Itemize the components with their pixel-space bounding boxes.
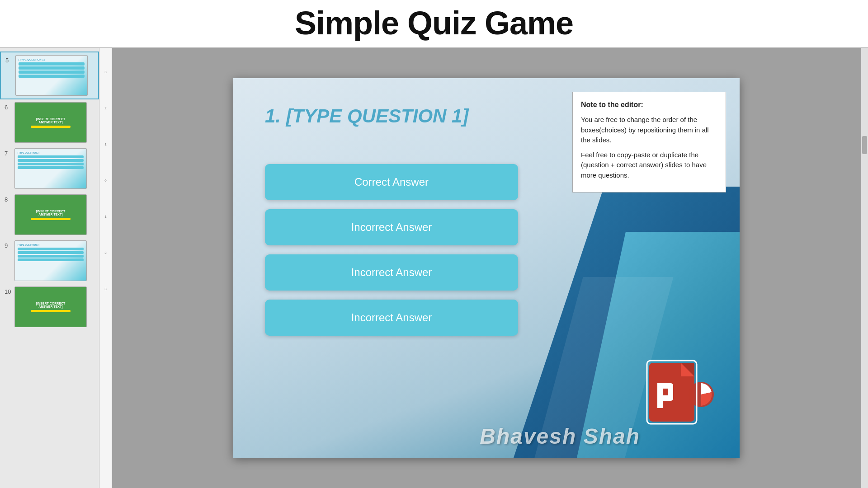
note-title: Note to the editor:	[581, 99, 717, 110]
slide-thumbnail-7[interactable]: 7 [TYPE QUESTION 2]	[0, 145, 99, 192]
note-para-1: You are free to change the order of the …	[581, 115, 717, 145]
slide-panel[interactable]: 5 [TYPE QUESTION 1] 6 [INSERT CORRECTANS…	[0, 48, 99, 488]
answers-container: Correct Answer Incorrect Answer Incorrec…	[265, 164, 518, 336]
slide: Note to the editor: You are free to chan…	[233, 78, 740, 458]
slide-num-5: 5	[5, 57, 13, 64]
answer-btn-4[interactable]: Incorrect Answer	[265, 300, 518, 336]
slide-preview-10: [INSERT CORRECTANSWER TEXT]	[14, 286, 87, 327]
ruler: 3 2 1 0 1 2 3	[99, 48, 112, 488]
slide-thumbnail-8[interactable]: 8 [INSERT CORRECTANSWER TEXT]	[0, 192, 99, 238]
slide-thumbnail-10[interactable]: 10 [INSERT CORRECTANSWER TEXT]	[0, 284, 99, 330]
answer-btn-1[interactable]: Correct Answer	[265, 164, 518, 200]
editor-note-box: Note to the editor: You are free to chan…	[572, 92, 726, 192]
title-bar: Simple Quiz Game	[0, 0, 868, 48]
slide-thumbnail-5[interactable]: 5 [TYPE QUESTION 1]	[0, 52, 99, 99]
slide-num-9: 9	[5, 242, 12, 249]
slide-preview-5: [TYPE QUESTION 1]	[15, 55, 88, 96]
slide-thumbnail-9[interactable]: 9 [TYPE QUESTION 3]	[0, 238, 99, 284]
main-area: 5 [TYPE QUESTION 1] 6 [INSERT CORRECTANS…	[0, 48, 868, 488]
powerpoint-logo	[645, 358, 717, 431]
svg-rect-6	[668, 383, 673, 401]
slide-num-7: 7	[5, 150, 12, 157]
slide-preview-7: [TYPE QUESTION 2]	[14, 148, 87, 189]
slide-preview-6: [INSERT CORRECTANSWER TEXT]	[14, 102, 87, 143]
question-text: 1. [TYPE QUESTION 1]	[265, 105, 468, 127]
note-para-2: Feel free to copy-paste or duplicate the…	[581, 150, 717, 181]
watermark-text: Bhavesh Shah	[480, 424, 640, 449]
slide-preview-9: [TYPE QUESTION 3]	[14, 240, 87, 281]
slide-num-6: 6	[5, 104, 12, 111]
answer-btn-3[interactable]: Incorrect Answer	[265, 254, 518, 291]
slide-canvas-area: Note to the editor: You are free to chan…	[112, 48, 861, 488]
slide-preview-8: [INSERT CORRECTANSWER TEXT]	[14, 194, 87, 235]
answer-btn-2[interactable]: Incorrect Answer	[265, 209, 518, 245]
slide-thumbnail-6[interactable]: 6 [INSERT CORRECTANSWER TEXT]	[0, 99, 99, 145]
vertical-scrollbar[interactable]	[861, 48, 868, 488]
scrollbar-thumb[interactable]	[862, 136, 867, 154]
slide-num-8: 8	[5, 196, 12, 203]
slide-num-10: 10	[5, 288, 12, 295]
page-title: Simple Quiz Game	[0, 5, 868, 42]
